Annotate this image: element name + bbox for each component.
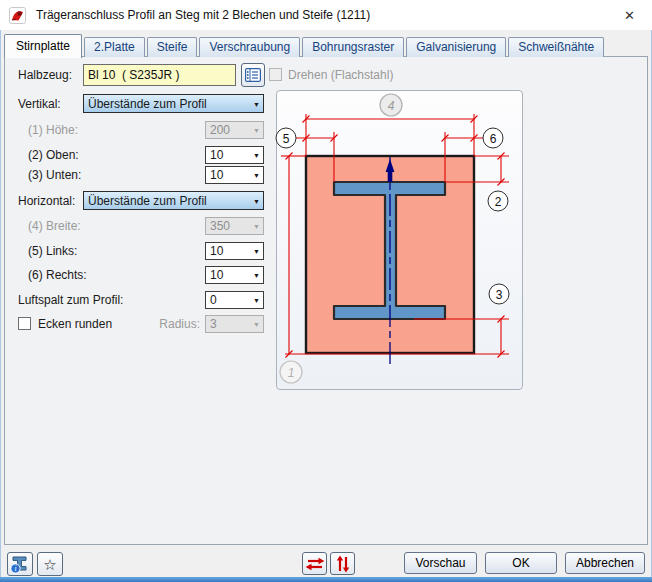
flip-vertical-button[interactable] [330, 552, 355, 575]
halbzeug-input[interactable] [83, 64, 236, 86]
unten-field[interactable]: 10 ▼ [205, 166, 264, 184]
breite-field: 350 ▼ [205, 217, 264, 235]
radius-value: 3 [210, 317, 217, 331]
chevron-down-icon: ▼ [253, 321, 260, 328]
star-icon: ☆ [43, 557, 56, 572]
svg-text:3: 3 [496, 288, 503, 302]
tab-schweissnaehte[interactable]: Schweißnähte [508, 37, 604, 57]
title-bar: Trägeranschluss Profil an Steg mit 2 Ble… [0, 0, 652, 30]
catalog-table-icon [245, 68, 261, 82]
hoehe-value: 200 [210, 123, 230, 137]
vorschau-button[interactable]: Vorschau [404, 552, 477, 574]
breite-value: 350 [210, 219, 230, 233]
chevron-down-icon: ▼ [253, 172, 260, 179]
chevron-down-icon: ▼ [253, 100, 260, 107]
breite-label: (4) Breite: [28, 217, 81, 235]
links-value: 10 [210, 244, 223, 258]
swap-vertical-icon [336, 555, 350, 573]
chevron-down-icon: ▼ [253, 297, 260, 304]
vertikal-label: Vertikal: [18, 95, 61, 113]
vertikal-value: Überstände zum Profil [88, 97, 207, 111]
window-title: Trägeranschluss Profil an Steg mit 2 Ble… [36, 8, 370, 22]
app-icon [9, 7, 26, 24]
catalog-button[interactable] [241, 63, 265, 87]
svg-text:2: 2 [495, 195, 502, 209]
marker-6: 6 [483, 128, 503, 148]
oben-label: (2) Oben: [28, 146, 79, 164]
links-label: (5) Links: [28, 242, 77, 260]
ecken-runden-checkbox[interactable] [18, 317, 31, 330]
chevron-down-icon: ▼ [253, 223, 260, 230]
diagram-panel: 4 5 6 2 3 [276, 90, 523, 390]
svg-text:6: 6 [490, 132, 497, 146]
tab-bohrungsraster[interactable]: Bohrungsraster [302, 37, 404, 57]
drehen-label: Drehen (Flachstahl) [288, 64, 393, 86]
flip-horizontal-button[interactable] [302, 552, 327, 575]
chevron-down-icon: ▼ [253, 272, 260, 279]
hoehe-label: (1) Höhe: [28, 121, 78, 139]
oben-field[interactable]: 10 ▼ [205, 146, 264, 164]
chevron-down-icon: ▼ [253, 127, 260, 134]
hoehe-field: 200 ▼ [205, 121, 264, 139]
marker-1: 1 [280, 361, 302, 383]
svg-text:4: 4 [388, 99, 395, 113]
radius-label: Radius: [158, 315, 200, 333]
tab-stirnplatte[interactable]: Stirnplatte [4, 34, 82, 58]
favorite-button[interactable]: ☆ [37, 552, 63, 576]
marker-2: 2 [488, 191, 508, 211]
radius-field: 3 ▼ [205, 315, 264, 333]
links-field[interactable]: 10 ▼ [205, 242, 264, 260]
tab-steife[interactable]: Steife [147, 37, 198, 57]
beam-info-button[interactable]: i [7, 552, 33, 576]
dialog-traegeranschluss: Trägeranschluss Profil an Steg mit 2 Ble… [0, 0, 652, 582]
marker-3: 3 [489, 284, 509, 304]
oben-value: 10 [210, 148, 223, 162]
svg-text:5: 5 [283, 132, 290, 146]
abbrechen-button[interactable]: Abbrechen [565, 552, 645, 574]
chevron-down-icon: ▼ [253, 197, 260, 204]
chevron-down-icon: ▼ [253, 152, 260, 159]
marker-4: 4 [380, 94, 402, 116]
unten-value: 10 [210, 168, 223, 182]
tab-bar: Stirnplatte 2.Platte Steife Verschraubun… [4, 32, 606, 57]
luftspalt-label: Luftspalt zum Profil: [18, 291, 123, 309]
svg-text:i: i [14, 564, 16, 573]
window-bottom-accent [0, 577, 652, 582]
vertikal-select[interactable]: Überstände zum Profil ▼ [83, 94, 264, 113]
tab-galvanisierung[interactable]: Galvanisierung [406, 37, 506, 57]
chevron-down-icon: ▼ [253, 248, 260, 255]
luftspalt-value: 0 [210, 293, 217, 307]
swap-horizontal-icon [305, 557, 325, 571]
horizontal-value: Überstände zum Profil [88, 194, 207, 208]
marker-5: 5 [276, 128, 296, 148]
horizontal-select[interactable]: Überstände zum Profil ▼ [83, 191, 264, 210]
rechts-field[interactable]: 10 ▼ [205, 266, 264, 284]
ecken-runden-label: Ecken runden [38, 315, 112, 333]
rechts-value: 10 [210, 268, 223, 282]
beam-info-icon: i [9, 554, 31, 574]
tab-2platte[interactable]: 2.Platte [84, 37, 145, 57]
rechts-label: (6) Rechts: [28, 266, 87, 284]
ok-button[interactable]: OK [485, 552, 557, 574]
unten-label: (3) Unten: [28, 166, 81, 184]
svg-text:1: 1 [288, 366, 295, 380]
horizontal-label: Horizontal: [18, 192, 75, 210]
close-icon[interactable]: ✕ [607, 0, 652, 30]
drehen-checkbox [269, 68, 282, 81]
tab-verschraubung[interactable]: Verschraubung [199, 37, 300, 57]
halbzeug-label: Halbzeug: [18, 64, 72, 86]
endplate-diagram: 4 5 6 2 3 [277, 91, 524, 391]
luftspalt-field[interactable]: 0 ▼ [205, 291, 264, 309]
